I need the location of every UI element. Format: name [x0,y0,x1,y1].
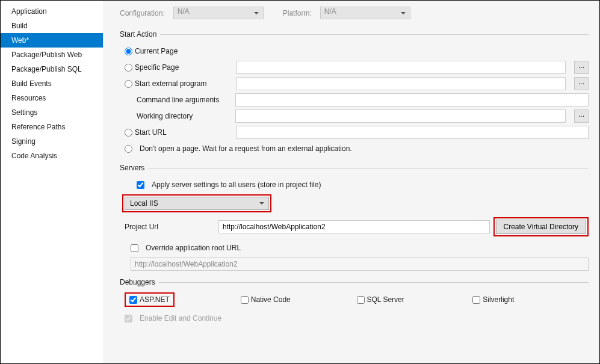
current-page-label: Current Page [135,47,178,55]
specific-page-label: Specific Page [135,63,179,72]
specific-page-radio[interactable] [125,64,132,72]
native-code-checkbox[interactable] [241,296,249,304]
native-code-label: Native Code [251,295,291,304]
start-url-label: Start URL [135,128,167,137]
silverlight-label: Silverlight [483,295,514,304]
divider [160,34,589,35]
enable-edit-checkbox [125,315,132,322]
debuggers-header: Debuggers [120,278,155,286]
divider [148,168,589,168]
divider [159,282,589,283]
aspnet-highlight: ASP.NET [125,292,175,307]
apply-all-checkbox[interactable] [137,181,144,189]
sidebar-item-resources[interactable]: Resources [1,91,103,105]
sidebar-item-package-publish-sql[interactable]: Package/Publish SQL [1,62,103,76]
start-external-browse-button[interactable]: ... [574,77,589,90]
working-dir-input[interactable] [235,110,566,123]
sidebar-item-application[interactable]: Application [1,4,103,19]
sidebar-item-build[interactable]: Build [1,19,103,33]
start-url-input[interactable] [237,126,589,139]
cmd-args-input[interactable] [235,93,589,106]
start-action-header: Start Action [120,30,156,39]
silverlight-checkbox[interactable] [472,296,480,304]
start-url-radio[interactable] [125,129,132,137]
platform-select: N/A [320,7,410,19]
current-page-radio[interactable] [125,48,132,55]
dont-open-radio[interactable] [125,145,132,153]
start-external-radio[interactable] [125,80,132,88]
sidebar-item-package-publish-web[interactable]: Package/Publish Web [1,48,103,62]
project-url-input[interactable] [218,220,490,233]
enable-edit-label: Enable Edit and Continue [140,314,221,322]
dont-open-label: Don't open a page. Wait for a request fr… [140,144,352,153]
server-type-select[interactable]: Local IIS [125,197,269,210]
override-root-checkbox[interactable] [131,244,138,252]
cmd-args-label: Command line arguments [137,96,219,104]
specific-page-browse-button[interactable]: ... [574,61,589,74]
create-vdir-highlight: Create Virtual Directory [493,217,589,236]
sql-server-checkbox[interactable] [357,296,365,304]
configuration-label: Configuration: [120,9,165,17]
server-select-highlight: Local IIS [122,194,271,212]
main-panel: Configuration: N/A Platform: N/A Start A… [103,1,599,363]
working-dir-label: Working directory [137,112,193,120]
override-root-label: Override application root URL [146,244,241,252]
sidebar-item-settings[interactable]: Settings [1,105,103,120]
aspnet-checkbox[interactable] [129,296,137,304]
platform-label: Platform: [283,9,312,17]
sidebar: Application Build Web* Package/Publish W… [1,1,103,363]
sidebar-item-code-analysis[interactable]: Code Analysis [1,149,103,163]
sidebar-item-reference-paths[interactable]: Reference Paths [1,120,103,134]
apply-all-label: Apply server settings to all users (stor… [152,180,321,189]
start-external-input[interactable] [237,77,566,90]
sql-server-label: SQL Server [367,295,404,304]
servers-header: Servers [120,164,144,172]
specific-page-input[interactable] [237,61,566,74]
sidebar-item-build-events[interactable]: Build Events [1,76,103,91]
aspnet-label: ASP.NET [140,295,170,304]
root-url-input [131,258,589,271]
create-virtual-directory-button[interactable]: Create Virtual Directory [496,220,587,234]
project-url-label: Project Url [125,223,158,231]
configuration-select: N/A [173,7,264,19]
start-external-label: Start external program [135,79,206,88]
working-dir-browse-button[interactable]: ... [574,110,589,123]
sidebar-item-web[interactable]: Web* [1,33,103,48]
sidebar-item-signing[interactable]: Signing [1,134,103,149]
